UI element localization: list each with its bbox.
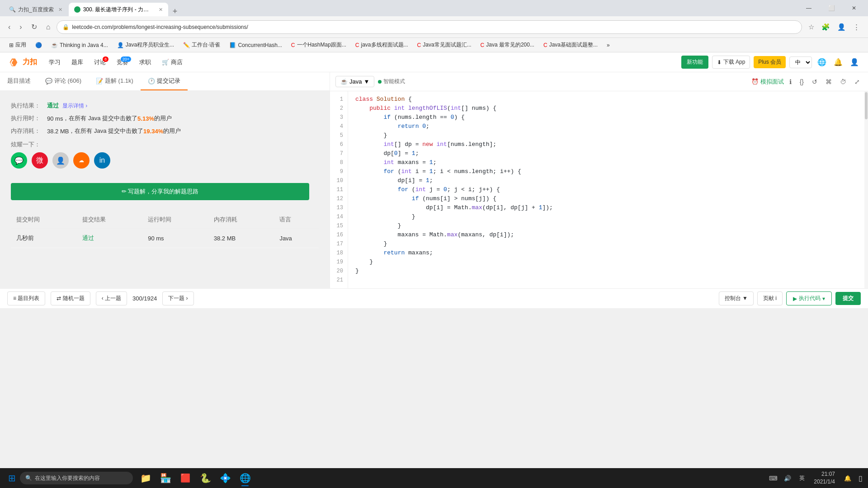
pass-badge[interactable]: 通过 xyxy=(82,235,94,241)
new-feature-button[interactable]: 新功能 xyxy=(681,56,708,69)
nav-study[interactable]: 学习 xyxy=(44,56,65,69)
plus-button[interactable]: Plus 会员 xyxy=(754,56,786,68)
bookmark-java200[interactable]: C Java 最常见的200... xyxy=(477,40,538,50)
keyboard-icon[interactable]: ⌨ xyxy=(766,473,780,483)
code-line: class Solution { xyxy=(355,95,864,104)
clock-time: 21:07 xyxy=(814,470,835,478)
intellisense-toggle[interactable]: 智能模式 xyxy=(378,78,405,85)
settings-icon-btn[interactable]: ⌘ xyxy=(823,76,835,87)
code-content[interactable]: class Solution { public int lengthOfLIS(… xyxy=(348,91,864,288)
bookmark-icon[interactable]: ☆ xyxy=(806,21,817,33)
tab-baidu[interactable]: 🔍 力扣_百度搜索 ✕ xyxy=(4,3,68,16)
write-solution-button[interactable]: ✏ 写题解，分享我的解题思路 xyxy=(11,183,309,200)
address-bar[interactable]: 🔒 leetcode-cn.com/problems/longest-incre… xyxy=(57,20,802,34)
nav-contest[interactable]: 竞赛 20+ xyxy=(112,56,133,69)
taskbar-intellij[interactable]: 🟥 xyxy=(176,469,194,487)
tab-leetcode[interactable]: 300. 最长递增子序列 - 力扣 (Le... ✕ xyxy=(69,3,168,16)
row-time: 几秒前 xyxy=(11,229,77,248)
info-icon-btn[interactable]: ℹ xyxy=(787,76,794,87)
tab-comments[interactable]: 💬 评论 (606) xyxy=(38,72,89,90)
console-button[interactable]: 控制台 ▼ xyxy=(719,291,754,305)
lc-logo[interactable]: 力扣 xyxy=(7,56,37,69)
settings-icon[interactable]: ⋮ xyxy=(850,21,863,33)
profile-icon[interactable]: 👤 xyxy=(835,21,849,33)
nav-jobs[interactable]: 求职 xyxy=(135,56,156,69)
back-button[interactable]: ‹ xyxy=(5,21,13,33)
share-linkedin-button[interactable]: in xyxy=(94,152,110,169)
start-button[interactable]: ⊞ xyxy=(4,470,20,486)
mock-interview-label: 模拟面试 xyxy=(760,78,784,86)
browser-addressbar: ‹ › ↻ ⌂ 🔒 leetcode-cn.com/problems/longe… xyxy=(0,16,868,38)
bookmark-concurrent[interactable]: 📘 ConcurrentHash... xyxy=(226,41,285,49)
bookmark-thinking-java[interactable]: ☕ Thinking in Java 4... xyxy=(47,41,112,49)
expand-icon-btn[interactable]: ⤢ xyxy=(852,76,863,87)
run-code-button[interactable]: ▶ 执行代码 ▾ xyxy=(786,291,832,305)
reset-icon-btn[interactable]: ↺ xyxy=(809,76,820,87)
bookmark-apps[interactable]: ⊞ 应用 xyxy=(5,40,30,50)
bookmark-java-basic[interactable]: C Java基础面试题整... xyxy=(540,40,601,50)
extension-icon[interactable]: 🧩 xyxy=(819,21,833,33)
tab-close-baidu[interactable]: ✕ xyxy=(58,7,62,13)
close-button[interactable]: ✕ xyxy=(844,0,864,16)
forward-button[interactable]: › xyxy=(17,21,24,33)
tab-submissions[interactable]: 🕐 提交记录 xyxy=(141,72,188,90)
minimize-button[interactable]: — xyxy=(798,0,819,16)
bookmark-hashmap[interactable]: C 一个HashMap跟面... xyxy=(288,40,350,50)
editor-scrollbar[interactable] xyxy=(864,91,868,288)
taskbar-explorer[interactable]: 📁 xyxy=(137,469,155,487)
problem-list-button[interactable]: ≡ 题目列表 xyxy=(7,291,45,305)
bookmark-multithread[interactable]: C java多线程面试题... xyxy=(352,40,412,50)
profile-icon-header[interactable]: 👤 xyxy=(848,56,861,68)
taskbar-chrome[interactable]: 🌐 xyxy=(236,469,254,487)
submit-button[interactable]: 提交 xyxy=(835,292,861,305)
global-icon[interactable]: 🌐 xyxy=(816,56,828,68)
bookmark-java-interview[interactable]: C Java常见面试题汇... xyxy=(414,40,475,50)
maximize-button[interactable]: ⬜ xyxy=(821,0,842,16)
volume-icon[interactable]: 🔊 xyxy=(781,473,794,483)
prev-problem-button[interactable]: ‹ 上一题 xyxy=(96,291,127,305)
bookmark-yuque[interactable]: ✏️ 工作台·语雀 xyxy=(179,40,224,50)
lang-indicator[interactable]: 英 xyxy=(796,473,808,484)
tab-close-leetcode[interactable]: ✕ xyxy=(159,7,163,13)
taskbar-search[interactable]: 🔍 在这里输入你要搜索的内容 xyxy=(20,472,133,484)
bookmark-more[interactable]: » xyxy=(603,41,613,49)
exec-result-pass[interactable]: 通过 xyxy=(47,102,59,110)
random-problem-button[interactable]: ⇄ 随机一题 xyxy=(51,291,90,305)
taskbar-python[interactable]: 🐍 xyxy=(196,469,214,487)
java200-icon: C xyxy=(481,42,485,48)
bookmark-java-programmer[interactable]: 👤 Java程序员职业生... xyxy=(113,40,178,50)
home-button[interactable]: ⌂ xyxy=(43,21,53,33)
taskbar-store[interactable]: 🏪 xyxy=(156,469,175,487)
nav-shop[interactable]: 🛒 商店 xyxy=(157,56,187,69)
taskbar-vscode[interactable]: 💠 xyxy=(216,469,234,487)
refresh-button[interactable]: ↻ xyxy=(28,21,40,33)
download-app-button[interactable]: ⬇ 下载 App xyxy=(712,56,750,69)
lc-logo-icon xyxy=(7,56,20,69)
share-weibo-button[interactable]: 微 xyxy=(32,152,48,169)
contrib-button[interactable]: 页献 i xyxy=(757,291,783,305)
tab-problem-desc-label: 题目描述 xyxy=(7,77,31,85)
mock-interview-button[interactable]: ⏰ 模拟面试 xyxy=(751,78,784,86)
line-number: 9 xyxy=(330,167,348,176)
line-number: 5 xyxy=(330,131,348,140)
share-yunqi-button[interactable]: ☁ xyxy=(73,152,90,169)
language-select[interactable]: 中 xyxy=(789,56,812,68)
exec-detail-link[interactable]: 显示详情 › xyxy=(62,102,87,110)
system-clock[interactable]: 21:07 2021/1/4 xyxy=(810,469,839,488)
format-icon-btn[interactable]: {} xyxy=(797,76,807,87)
tab-problem-desc[interactable]: 题目描述 xyxy=(0,72,38,90)
notification-button[interactable]: 🔔 xyxy=(840,473,855,483)
timer-icon-btn[interactable]: ⏱ xyxy=(837,76,849,87)
language-selector[interactable]: ☕ Java ▼ xyxy=(335,76,374,87)
share-wechat-button[interactable]: 💬 xyxy=(11,152,27,169)
next-problem-button[interactable]: 下一题 › xyxy=(162,291,193,305)
show-desktop-button[interactable]: ▯ xyxy=(857,472,864,484)
notification-icon[interactable]: 🔔 xyxy=(832,56,844,68)
new-tab-button[interactable]: + xyxy=(169,7,181,16)
nav-discuss[interactable]: 讨论 8 xyxy=(90,56,110,69)
bookmark-circle[interactable]: 🔵 xyxy=(32,41,46,49)
nav-problems[interactable]: 题库 xyxy=(67,56,88,69)
clock-date: 2021/1/4 xyxy=(814,478,835,486)
tab-solutions[interactable]: 📝 题解 (1.1k) xyxy=(89,72,141,90)
share-qq-button[interactable]: 👤 xyxy=(52,152,69,169)
